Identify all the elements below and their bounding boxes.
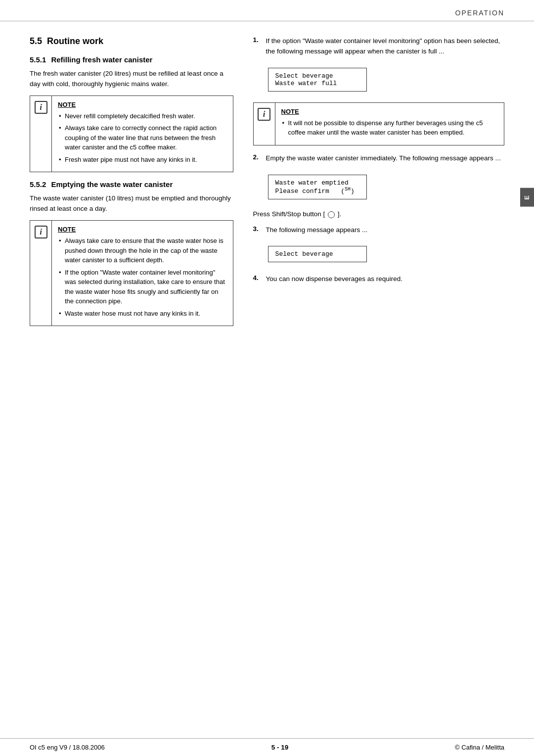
step-2: 2. Empty the waste water canister immedi… — [253, 153, 504, 164]
note-box-552: i NOTE Always take care to ensure that t… — [30, 220, 233, 326]
note-list-552: Always take care to ensure that the wast… — [58, 236, 227, 318]
shift-stop-line: Press Shift/Stop button [ ]. — [253, 210, 504, 218]
note-box-551: i NOTE Never refill completely decalcifi… — [30, 95, 233, 173]
subsection-551-intro: The fresh water canister (20 litres) mus… — [30, 69, 233, 90]
subsection-552-header: 5.5.2 Emptying the waste water canister — [30, 180, 233, 189]
step-3: 3. The following message appears ... — [253, 225, 504, 236]
circle-icon — [328, 211, 335, 218]
footer-right: © Cafina / Melitta — [455, 744, 504, 751]
info-icon-552: i — [35, 226, 47, 238]
info-icon-551: i — [35, 101, 47, 114]
step-2-num: 2. — [253, 153, 261, 161]
note-content-552: NOTE Always take care to ensure that the… — [52, 221, 233, 326]
left-column: 5.5 Routine work 5.5.1 Refilling fresh w… — [30, 36, 248, 334]
note-item-552-1: Always take care to ensure that the wast… — [58, 236, 227, 265]
side-tab: E — [520, 188, 534, 207]
subsection-552-number: 5.5.2 — [30, 180, 46, 189]
step-1-text: If the option "Waste water container lev… — [266, 37, 500, 55]
step-2-text: Empty the waste water canister immediate… — [266, 154, 501, 162]
subsection-552-title: Emptying the waste water canister — [51, 180, 173, 189]
section-55-title: Routine work — [47, 36, 103, 47]
note-item-552-3: Waste water hose must not have any kinks… — [58, 309, 227, 319]
note-item-right-1-1: It will not be possible to dispense any … — [281, 118, 498, 138]
step-4-text: You can now dispense beverages as requir… — [266, 275, 402, 283]
step-4-content: You can now dispense beverages as requir… — [266, 274, 504, 284]
step-1-content: If the option "Waste water container lev… — [266, 36, 504, 57]
display2-line2: Please confirm (SH) — [275, 187, 359, 195]
subsection-551-number: 5.5.1 — [30, 55, 46, 64]
step-4: 4. You can now dispense beverages as req… — [253, 274, 504, 284]
note-content-right-1: NOTE It will not be possible to dispense… — [275, 103, 504, 145]
right-column: 1. If the option "Waste water container … — [248, 36, 504, 334]
note-label-552: NOTE — [58, 226, 227, 233]
note-icon-col-552: i — [30, 221, 52, 326]
step-3-text: The following message appears ... — [266, 226, 368, 234]
page-header: Operation — [0, 0, 534, 21]
step-3-content: The following message appears ... — [266, 225, 504, 236]
display2-line1: Waste water emptied — [275, 179, 359, 187]
note-icon-col-551: i — [30, 96, 52, 172]
note-label-right-1: NOTE — [281, 108, 498, 115]
display1-line2: Waste water full — [275, 80, 359, 87]
page-footer: OI c5 eng V9 / 18.08.2006 5 - 19 © Cafin… — [0, 738, 534, 756]
section-55-number: 5.5 — [30, 36, 42, 47]
note-item-551-3: Fresh water pipe must not have any kinks… — [58, 155, 227, 165]
step-1: 1. If the option "Waste water container … — [253, 36, 504, 57]
note-list-right-1: It will not be possible to dispense any … — [281, 118, 498, 138]
note-item-552-2: If the option "Waste water container lev… — [58, 268, 227, 306]
note-box-right-1: i NOTE It will not be possible to dispen… — [253, 102, 504, 145]
display1-line1: Select beverage — [275, 72, 359, 80]
main-content: 5.5 Routine work 5.5.1 Refilling fresh w… — [0, 21, 534, 349]
display2-superscript: SH — [345, 187, 351, 192]
note-label-551: NOTE — [58, 101, 227, 108]
subsection-551-header: 5.5.1 Refilling fresh water canister — [30, 55, 233, 64]
step-2-content: Empty the waste water canister immediate… — [266, 153, 504, 164]
display-box-2: Waste water emptied Please confirm (SH) — [268, 175, 367, 199]
footer-center: 5 - 19 — [271, 744, 289, 751]
note-list-551: Never refill completely decalcified fres… — [58, 111, 227, 165]
step-1-num: 1. — [253, 36, 261, 44]
step-3-num: 3. — [253, 225, 261, 233]
note-item-551-2: Always take care to correctly connect th… — [58, 123, 227, 152]
shift-stop-end: ]. — [338, 210, 342, 218]
section-55-header: 5.5 Routine work — [30, 36, 233, 49]
header-title: Operation — [455, 9, 504, 17]
display-box-3: Select beverage — [268, 246, 367, 262]
note-content-551: NOTE Never refill completely decalcified… — [52, 96, 233, 172]
footer-left: OI c5 eng V9 / 18.08.2006 — [30, 744, 105, 751]
info-icon-right-1: i — [258, 108, 270, 121]
page: Operation E 5.5 Routine work 5.5.1 Refil… — [0, 0, 534, 756]
subsection-552-intro: The waste water canister (10 litres) mus… — [30, 193, 233, 214]
subsection-551-title: Refilling fresh water canister — [51, 55, 152, 64]
display3-line1: Select beverage — [275, 250, 359, 258]
shift-stop-text: Press Shift/Stop button [ — [253, 210, 325, 218]
note-item-551-1: Never refill completely decalcified fres… — [58, 111, 227, 121]
step-4-num: 4. — [253, 274, 261, 282]
display-box-1: Select beverage Waste water full — [268, 68, 367, 92]
note-icon-col-right-1: i — [254, 103, 275, 145]
